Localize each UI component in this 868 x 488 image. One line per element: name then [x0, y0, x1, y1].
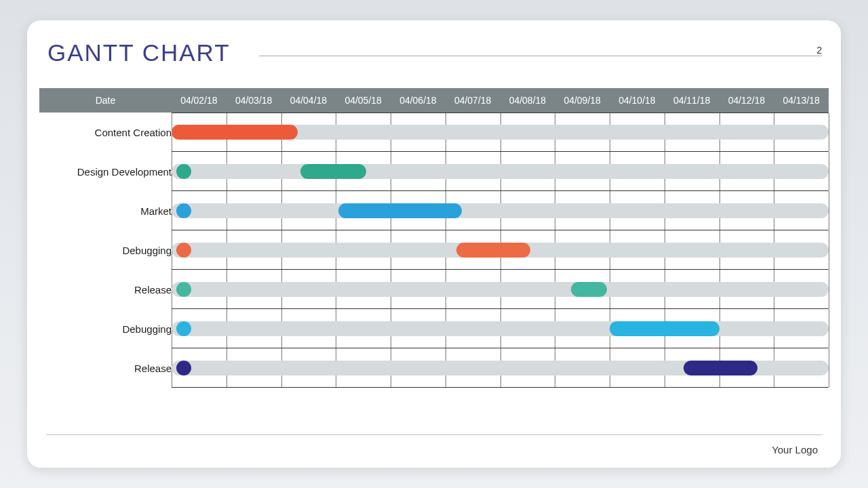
- task-track: [172, 203, 829, 218]
- date-tick: 04/10/18: [610, 95, 665, 106]
- task-bar: [456, 243, 530, 258]
- gantt-row: Market: [39, 191, 829, 230]
- task-label: Market: [39, 191, 177, 230]
- date-tick: 04/09/18: [555, 95, 610, 106]
- task-bar: [610, 321, 719, 336]
- gantt-row: Release: [39, 270, 829, 309]
- gantt-row: Debugging: [39, 309, 829, 348]
- date-tick: 04/11/18: [665, 95, 719, 106]
- slide-card: GANTT CHART 2 Date 04/02/1804/03/1804/04…: [27, 20, 841, 468]
- task-label: Debugging: [39, 309, 177, 348]
- gantt-rows: Content CreationDesign DevelopmentMarket…: [39, 113, 829, 388]
- chart-title: GANTT CHART: [47, 39, 231, 66]
- date-tick: 04/08/18: [500, 95, 555, 106]
- date-header-row: Date 04/02/1804/03/1804/04/1804/05/1804/…: [39, 88, 829, 113]
- date-tick: 04/06/18: [391, 95, 446, 106]
- title-divider: [259, 56, 822, 56]
- gantt-row: Debugging: [39, 230, 829, 270]
- date-tick: 04/07/18: [446, 95, 500, 106]
- task-bar: [172, 125, 298, 140]
- footer-logo: Your Logo: [772, 444, 818, 455]
- task-track: [172, 321, 829, 336]
- task-dot-icon: [176, 164, 191, 179]
- date-tick: 04/12/18: [719, 95, 774, 106]
- task-label: Release: [39, 270, 177, 309]
- task-label: Release: [39, 348, 177, 388]
- gantt-row: Release: [39, 348, 829, 388]
- task-bar: [571, 282, 606, 297]
- date-tick: 04/02/18: [172, 95, 226, 106]
- date-tick: 04/13/18: [774, 95, 829, 106]
- task-dot-icon: [176, 243, 191, 258]
- gantt-row: Design Development: [39, 152, 829, 191]
- footer-divider: [46, 434, 822, 435]
- date-tick: 04/05/18: [336, 95, 391, 106]
- task-dot-icon: [176, 282, 191, 297]
- date-tick: 04/04/18: [281, 95, 336, 106]
- gantt-chart: Date 04/02/1804/03/1804/04/1804/05/1804/…: [39, 88, 829, 388]
- task-bar: [684, 361, 757, 375]
- task-track: [172, 282, 829, 297]
- date-header-label: Date: [39, 95, 172, 106]
- date-tick: 04/03/18: [226, 95, 281, 106]
- task-label: Content Creation: [39, 113, 177, 152]
- task-bar: [338, 203, 462, 218]
- gantt-row: Content Creation: [39, 113, 829, 152]
- task-label: Design Development: [39, 152, 177, 191]
- task-label: Debugging: [39, 230, 177, 270]
- task-dot-icon: [176, 361, 191, 375]
- task-track: [172, 164, 829, 179]
- task-dot-icon: [176, 321, 191, 336]
- page-number: 2: [816, 45, 822, 56]
- task-dot-icon: [176, 203, 191, 218]
- task-bar: [300, 164, 366, 179]
